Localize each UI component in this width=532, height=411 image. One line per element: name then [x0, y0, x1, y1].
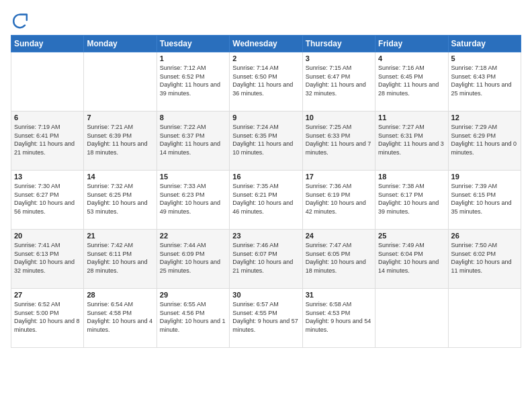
day-number: 23: [232, 232, 299, 240]
day-number: 13: [14, 173, 81, 181]
calendar-cell: 8Sunrise: 7:22 AMSunset: 6:37 PMDaylight…: [157, 111, 229, 171]
day-number: 24: [306, 232, 372, 240]
day-number: 8: [160, 113, 226, 122]
calendar-cell: 21Sunrise: 7:42 AMSunset: 6:11 PMDayligh…: [84, 230, 157, 289]
weekday-header: Wednesday: [230, 36, 302, 52]
calendar-cell: 14Sunrise: 7:32 AMSunset: 6:25 PMDayligh…: [84, 171, 157, 230]
day-info: Sunrise: 7:41 AMSunset: 6:13 PMDaylight:…: [14, 241, 81, 275]
day-number: 26: [451, 232, 518, 240]
calendar-cell: 17Sunrise: 7:36 AMSunset: 6:19 PMDayligh…: [302, 171, 375, 230]
day-info: Sunrise: 7:21 AMSunset: 6:39 PMDaylight:…: [87, 123, 153, 156]
day-info: Sunrise: 7:36 AMSunset: 6:19 PMDaylight:…: [306, 182, 372, 216]
day-info: Sunrise: 7:50 AMSunset: 6:02 PMDaylight:…: [451, 241, 518, 275]
day-info: Sunrise: 7:44 AMSunset: 6:09 PMDaylight:…: [160, 241, 226, 275]
day-number: 27: [14, 291, 81, 299]
day-info: Sunrise: 7:33 AMSunset: 6:23 PMDaylight:…: [160, 182, 226, 216]
calendar-cell: 25Sunrise: 7:49 AMSunset: 6:04 PMDayligh…: [375, 230, 448, 289]
day-info: Sunrise: 6:52 AMSunset: 5:00 PMDaylight:…: [14, 300, 81, 334]
day-info: Sunrise: 7:19 AMSunset: 6:41 PMDaylight:…: [14, 123, 81, 156]
day-info: Sunrise: 7:16 AMSunset: 6:45 PMDaylight:…: [378, 64, 445, 97]
day-number: 7: [87, 113, 153, 122]
day-number: 9: [232, 113, 299, 122]
day-number: 12: [451, 113, 518, 122]
day-number: 3: [306, 54, 372, 62]
day-info: Sunrise: 7:25 AMSunset: 6:33 PMDaylight:…: [306, 123, 372, 156]
day-number: 21: [87, 232, 153, 240]
weekday-header: Friday: [375, 36, 448, 52]
calendar-cell: 16Sunrise: 7:35 AMSunset: 6:21 PMDayligh…: [230, 171, 302, 230]
day-info: Sunrise: 7:46 AMSunset: 6:07 PMDaylight:…: [232, 241, 299, 275]
day-info: Sunrise: 7:29 AMSunset: 6:29 PMDaylight:…: [451, 123, 518, 156]
logo: [11, 11, 32, 30]
header: [11, 11, 521, 30]
calendar-cell: 31Sunrise: 6:58 AMSunset: 4:53 PMDayligh…: [302, 289, 375, 348]
calendar-cell: 7Sunrise: 7:21 AMSunset: 6:39 PMDaylight…: [84, 111, 157, 171]
weekday-header: Sunday: [11, 36, 84, 52]
day-number: 5: [451, 54, 518, 62]
calendar-cell: 19Sunrise: 7:39 AMSunset: 6:15 PMDayligh…: [448, 171, 521, 230]
day-number: 19: [451, 173, 518, 181]
day-number: 30: [232, 291, 299, 299]
day-number: 2: [232, 54, 299, 62]
day-number: 25: [378, 232, 445, 240]
calendar-week-row: 13Sunrise: 7:30 AMSunset: 6:27 PMDayligh…: [11, 171, 521, 230]
calendar-cell: 30Sunrise: 6:57 AMSunset: 4:55 PMDayligh…: [230, 289, 302, 348]
calendar-cell: 11Sunrise: 7:27 AMSunset: 6:31 PMDayligh…: [375, 111, 448, 171]
day-info: Sunrise: 6:54 AMSunset: 4:58 PMDaylight:…: [87, 300, 153, 334]
calendar-cell: 3Sunrise: 7:15 AMSunset: 6:47 PMDaylight…: [302, 52, 375, 111]
calendar-cell: 1Sunrise: 7:12 AMSunset: 6:52 PMDaylight…: [157, 52, 229, 111]
day-info: Sunrise: 7:39 AMSunset: 6:15 PMDaylight:…: [451, 182, 518, 216]
calendar-cell: 18Sunrise: 7:38 AMSunset: 6:17 PMDayligh…: [375, 171, 448, 230]
calendar-cell: 23Sunrise: 7:46 AMSunset: 6:07 PMDayligh…: [230, 230, 302, 289]
calendar-table: SundayMondayTuesdayWednesdayThursdayFrid…: [11, 35, 521, 348]
calendar-cell: 24Sunrise: 7:47 AMSunset: 6:05 PMDayligh…: [302, 230, 375, 289]
weekday-header: Tuesday: [157, 36, 229, 52]
calendar-week-row: 20Sunrise: 7:41 AMSunset: 6:13 PMDayligh…: [11, 230, 521, 289]
day-info: Sunrise: 7:38 AMSunset: 6:17 PMDaylight:…: [378, 182, 445, 216]
calendar-cell: [448, 289, 521, 348]
day-number: 15: [160, 173, 226, 181]
calendar-cell: 4Sunrise: 7:16 AMSunset: 6:45 PMDaylight…: [375, 52, 448, 111]
calendar-cell: 20Sunrise: 7:41 AMSunset: 6:13 PMDayligh…: [11, 230, 84, 289]
day-number: 28: [87, 291, 153, 299]
weekday-header: Saturday: [448, 36, 521, 52]
calendar-cell: 9Sunrise: 7:24 AMSunset: 6:35 PMDaylight…: [230, 111, 302, 171]
calendar-cell: 27Sunrise: 6:52 AMSunset: 5:00 PMDayligh…: [11, 289, 84, 348]
day-info: Sunrise: 6:58 AMSunset: 4:53 PMDaylight:…: [306, 300, 372, 334]
calendar-cell: 28Sunrise: 6:54 AMSunset: 4:58 PMDayligh…: [84, 289, 157, 348]
calendar-cell: 22Sunrise: 7:44 AMSunset: 6:09 PMDayligh…: [157, 230, 229, 289]
calendar-cell: [375, 289, 448, 348]
weekday-row: SundayMondayTuesdayWednesdayThursdayFrid…: [11, 36, 521, 52]
day-number: 14: [87, 173, 153, 181]
page: SundayMondayTuesdayWednesdayThursdayFrid…: [0, 0, 532, 411]
day-info: Sunrise: 7:14 AMSunset: 6:50 PMDaylight:…: [232, 64, 299, 97]
weekday-header: Thursday: [302, 36, 375, 52]
calendar-cell: 10Sunrise: 7:25 AMSunset: 6:33 PMDayligh…: [302, 111, 375, 171]
day-info: Sunrise: 7:15 AMSunset: 6:47 PMDaylight:…: [306, 64, 372, 97]
day-number: 11: [378, 113, 445, 122]
day-info: Sunrise: 7:35 AMSunset: 6:21 PMDaylight:…: [232, 182, 299, 216]
calendar-cell: 15Sunrise: 7:33 AMSunset: 6:23 PMDayligh…: [157, 171, 229, 230]
calendar-cell: 12Sunrise: 7:29 AMSunset: 6:29 PMDayligh…: [448, 111, 521, 171]
weekday-header: Monday: [84, 36, 157, 52]
day-info: Sunrise: 7:24 AMSunset: 6:35 PMDaylight:…: [232, 123, 299, 156]
calendar-cell: 26Sunrise: 7:50 AMSunset: 6:02 PMDayligh…: [448, 230, 521, 289]
day-info: Sunrise: 7:32 AMSunset: 6:25 PMDaylight:…: [87, 182, 153, 216]
day-info: Sunrise: 7:30 AMSunset: 6:27 PMDaylight:…: [14, 182, 81, 216]
day-number: 1: [160, 54, 226, 62]
day-number: 17: [306, 173, 372, 181]
calendar-cell: 2Sunrise: 7:14 AMSunset: 6:50 PMDaylight…: [230, 52, 302, 111]
day-info: Sunrise: 7:27 AMSunset: 6:31 PMDaylight:…: [378, 123, 445, 156]
day-number: 18: [378, 173, 445, 181]
day-number: 20: [14, 232, 81, 240]
calendar-header: SundayMondayTuesdayWednesdayThursdayFrid…: [11, 36, 521, 52]
day-number: 6: [14, 113, 81, 122]
calendar-cell: 13Sunrise: 7:30 AMSunset: 6:27 PMDayligh…: [11, 171, 84, 230]
calendar-week-row: 27Sunrise: 6:52 AMSunset: 5:00 PMDayligh…: [11, 289, 521, 348]
logo-icon: [11, 11, 30, 30]
calendar-week-row: 1Sunrise: 7:12 AMSunset: 6:52 PMDaylight…: [11, 52, 521, 111]
day-number: 10: [306, 113, 372, 122]
calendar-cell: [11, 52, 84, 111]
calendar-body: 1Sunrise: 7:12 AMSunset: 6:52 PMDaylight…: [11, 52, 521, 348]
day-info: Sunrise: 7:22 AMSunset: 6:37 PMDaylight:…: [160, 123, 226, 156]
